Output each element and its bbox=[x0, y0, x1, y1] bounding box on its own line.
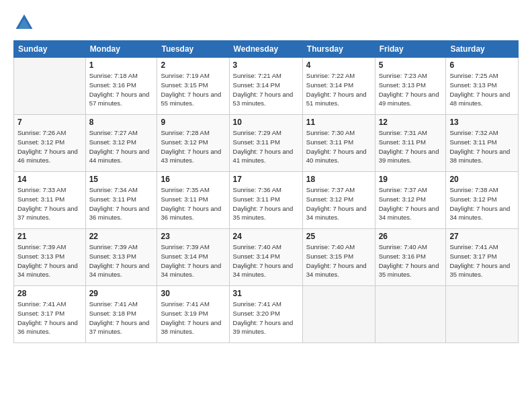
day-number: 16 bbox=[161, 175, 225, 184]
day-number: 2 bbox=[161, 60, 225, 70]
day-number: 24 bbox=[233, 232, 299, 241]
calendar-cell: 29Sunrise: 7:41 AMSunset: 3:18 PMDayligh… bbox=[85, 286, 157, 343]
page: SundayMondayTuesdayWednesdayThursdayFrid… bbox=[0, 0, 532, 411]
day-number: 4 bbox=[306, 60, 371, 70]
calendar-cell: 16Sunrise: 7:35 AMSunset: 3:11 PMDayligh… bbox=[157, 172, 229, 229]
calendar-week-5: 28Sunrise: 7:41 AMSunset: 3:17 PMDayligh… bbox=[14, 286, 519, 343]
day-info: Sunrise: 7:40 AMSunset: 3:16 PMDaylight:… bbox=[379, 242, 443, 279]
day-number: 11 bbox=[306, 118, 371, 127]
day-info: Sunrise: 7:41 AMSunset: 3:17 PMDaylight:… bbox=[449, 242, 515, 279]
day-number: 13 bbox=[449, 118, 515, 127]
calendar-cell: 17Sunrise: 7:36 AMSunset: 3:11 PMDayligh… bbox=[229, 172, 302, 229]
calendar-week-4: 21Sunrise: 7:39 AMSunset: 3:13 PMDayligh… bbox=[14, 229, 519, 286]
day-number: 7 bbox=[17, 118, 82, 127]
day-info: Sunrise: 7:41 AMSunset: 3:17 PMDaylight:… bbox=[17, 300, 82, 336]
day-number: 28 bbox=[17, 289, 82, 298]
day-info: Sunrise: 7:37 AMSunset: 3:12 PMDaylight:… bbox=[379, 185, 443, 222]
day-number: 5 bbox=[379, 60, 443, 70]
day-number: 12 bbox=[379, 118, 443, 127]
day-number: 20 bbox=[449, 175, 515, 184]
day-number: 15 bbox=[89, 175, 154, 184]
day-info: Sunrise: 7:25 AMSunset: 3:13 PMDaylight:… bbox=[449, 71, 515, 108]
calendar-cell: 9Sunrise: 7:28 AMSunset: 3:12 PMDaylight… bbox=[157, 115, 229, 172]
day-info: Sunrise: 7:39 AMSunset: 3:13 PMDaylight:… bbox=[89, 242, 154, 279]
calendar-cell: 7Sunrise: 7:26 AMSunset: 3:12 PMDaylight… bbox=[14, 115, 86, 172]
day-number: 10 bbox=[233, 118, 299, 127]
calendar-cell bbox=[446, 286, 519, 343]
logo bbox=[13, 12, 38, 34]
day-info: Sunrise: 7:33 AMSunset: 3:11 PMDaylight:… bbox=[17, 185, 82, 222]
calendar-cell: 19Sunrise: 7:37 AMSunset: 3:12 PMDayligh… bbox=[375, 172, 446, 229]
calendar-col-friday: Friday bbox=[375, 41, 446, 58]
day-info: Sunrise: 7:19 AMSunset: 3:15 PMDaylight:… bbox=[161, 71, 225, 108]
day-info: Sunrise: 7:31 AMSunset: 3:11 PMDaylight:… bbox=[379, 128, 443, 165]
calendar-cell: 14Sunrise: 7:33 AMSunset: 3:11 PMDayligh… bbox=[14, 172, 86, 229]
calendar-week-3: 14Sunrise: 7:33 AMSunset: 3:11 PMDayligh… bbox=[14, 172, 519, 229]
day-info: Sunrise: 7:23 AMSunset: 3:13 PMDaylight:… bbox=[379, 71, 443, 108]
calendar-cell: 13Sunrise: 7:32 AMSunset: 3:11 PMDayligh… bbox=[446, 115, 519, 172]
calendar-cell: 24Sunrise: 7:40 AMSunset: 3:14 PMDayligh… bbox=[229, 229, 302, 286]
calendar-col-tuesday: Tuesday bbox=[157, 41, 229, 58]
day-info: Sunrise: 7:22 AMSunset: 3:14 PMDaylight:… bbox=[306, 71, 371, 108]
calendar-header-row: SundayMondayTuesdayWednesdayThursdayFrid… bbox=[14, 41, 519, 58]
calendar-cell: 10Sunrise: 7:29 AMSunset: 3:11 PMDayligh… bbox=[229, 115, 302, 172]
day-info: Sunrise: 7:28 AMSunset: 3:12 PMDaylight:… bbox=[161, 128, 225, 165]
day-info: Sunrise: 7:37 AMSunset: 3:12 PMDaylight:… bbox=[306, 185, 371, 222]
day-info: Sunrise: 7:39 AMSunset: 3:13 PMDaylight:… bbox=[17, 242, 82, 279]
day-info: Sunrise: 7:36 AMSunset: 3:11 PMDaylight:… bbox=[233, 185, 299, 222]
calendar-col-thursday: Thursday bbox=[302, 41, 375, 58]
calendar-cell: 28Sunrise: 7:41 AMSunset: 3:17 PMDayligh… bbox=[14, 286, 86, 343]
day-info: Sunrise: 7:35 AMSunset: 3:11 PMDaylight:… bbox=[161, 185, 225, 222]
day-number: 29 bbox=[89, 289, 154, 298]
day-number: 25 bbox=[306, 232, 371, 241]
calendar-cell: 6Sunrise: 7:25 AMSunset: 3:13 PMDaylight… bbox=[446, 58, 519, 115]
calendar-cell: 18Sunrise: 7:37 AMSunset: 3:12 PMDayligh… bbox=[302, 172, 375, 229]
day-info: Sunrise: 7:26 AMSunset: 3:12 PMDaylight:… bbox=[17, 128, 82, 165]
day-number: 30 bbox=[161, 289, 225, 298]
day-number: 8 bbox=[89, 118, 154, 127]
calendar-cell: 20Sunrise: 7:38 AMSunset: 3:12 PMDayligh… bbox=[446, 172, 519, 229]
calendar-week-2: 7Sunrise: 7:26 AMSunset: 3:12 PMDaylight… bbox=[14, 115, 519, 172]
day-info: Sunrise: 7:29 AMSunset: 3:11 PMDaylight:… bbox=[233, 128, 299, 165]
day-info: Sunrise: 7:39 AMSunset: 3:14 PMDaylight:… bbox=[161, 242, 225, 279]
calendar-col-sunday: Sunday bbox=[14, 41, 86, 58]
day-info: Sunrise: 7:18 AMSunset: 3:16 PMDaylight:… bbox=[89, 71, 154, 108]
calendar-cell: 8Sunrise: 7:27 AMSunset: 3:12 PMDaylight… bbox=[85, 115, 157, 172]
day-number: 31 bbox=[233, 289, 299, 298]
day-number: 21 bbox=[17, 232, 82, 241]
calendar-col-wednesday: Wednesday bbox=[229, 41, 302, 58]
day-number: 23 bbox=[161, 232, 225, 241]
day-info: Sunrise: 7:41 AMSunset: 3:19 PMDaylight:… bbox=[161, 300, 225, 336]
day-info: Sunrise: 7:40 AMSunset: 3:15 PMDaylight:… bbox=[306, 242, 371, 279]
day-info: Sunrise: 7:27 AMSunset: 3:12 PMDaylight:… bbox=[89, 128, 154, 165]
day-number: 27 bbox=[449, 232, 515, 241]
calendar-cell: 30Sunrise: 7:41 AMSunset: 3:19 PMDayligh… bbox=[157, 286, 229, 343]
day-number: 6 bbox=[449, 60, 515, 70]
calendar-cell: 1Sunrise: 7:18 AMSunset: 3:16 PMDaylight… bbox=[85, 58, 157, 115]
calendar-cell bbox=[14, 58, 86, 115]
calendar-cell: 27Sunrise: 7:41 AMSunset: 3:17 PMDayligh… bbox=[446, 229, 519, 286]
day-number: 3 bbox=[233, 60, 299, 70]
day-number: 26 bbox=[379, 232, 443, 241]
calendar-table: SundayMondayTuesdayWednesdayThursdayFrid… bbox=[13, 40, 519, 343]
calendar-cell: 11Sunrise: 7:30 AMSunset: 3:11 PMDayligh… bbox=[302, 115, 375, 172]
calendar-cell: 2Sunrise: 7:19 AMSunset: 3:15 PMDaylight… bbox=[157, 58, 229, 115]
calendar-cell: 12Sunrise: 7:31 AMSunset: 3:11 PMDayligh… bbox=[375, 115, 446, 172]
logo-icon bbox=[13, 12, 35, 34]
calendar-cell: 15Sunrise: 7:34 AMSunset: 3:11 PMDayligh… bbox=[85, 172, 157, 229]
calendar-cell: 22Sunrise: 7:39 AMSunset: 3:13 PMDayligh… bbox=[85, 229, 157, 286]
calendar-col-monday: Monday bbox=[85, 41, 157, 58]
calendar-week-1: 1Sunrise: 7:18 AMSunset: 3:16 PMDaylight… bbox=[14, 58, 519, 115]
calendar-cell: 5Sunrise: 7:23 AMSunset: 3:13 PMDaylight… bbox=[375, 58, 446, 115]
day-info: Sunrise: 7:30 AMSunset: 3:11 PMDaylight:… bbox=[306, 128, 371, 165]
calendar-cell: 25Sunrise: 7:40 AMSunset: 3:15 PMDayligh… bbox=[302, 229, 375, 286]
day-info: Sunrise: 7:34 AMSunset: 3:11 PMDaylight:… bbox=[89, 185, 154, 222]
day-number: 14 bbox=[17, 175, 82, 184]
day-number: 17 bbox=[233, 175, 299, 184]
calendar-col-saturday: Saturday bbox=[446, 41, 519, 58]
day-number: 18 bbox=[306, 175, 371, 184]
calendar-cell: 21Sunrise: 7:39 AMSunset: 3:13 PMDayligh… bbox=[14, 229, 86, 286]
day-number: 1 bbox=[89, 60, 154, 70]
day-info: Sunrise: 7:41 AMSunset: 3:18 PMDaylight:… bbox=[89, 300, 154, 336]
day-info: Sunrise: 7:38 AMSunset: 3:12 PMDaylight:… bbox=[449, 185, 515, 222]
